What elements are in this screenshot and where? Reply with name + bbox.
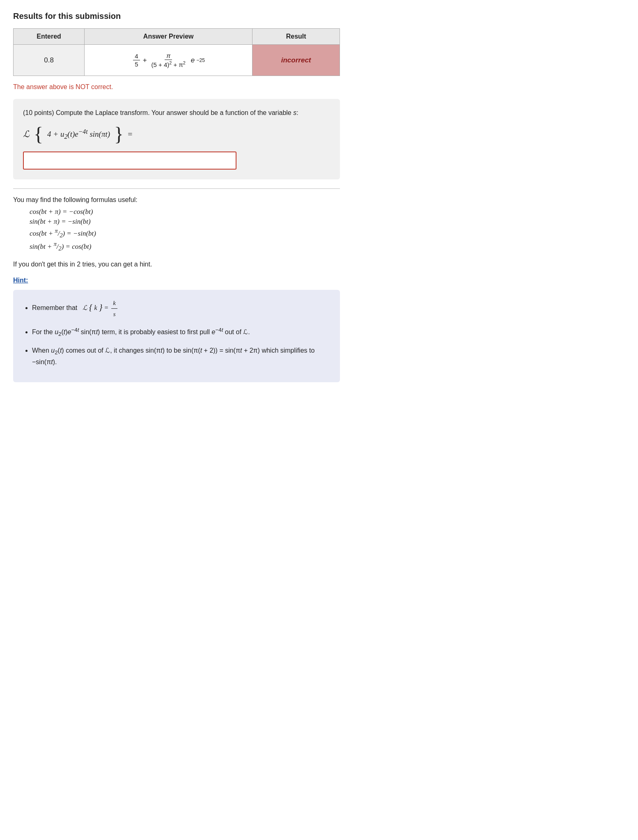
formulas-section: You may find the following formulas usef… bbox=[13, 196, 340, 252]
result-cell: incorrect bbox=[252, 45, 340, 76]
hint-3-text: When u2(t) comes out of ℒ, it changes si… bbox=[32, 347, 314, 366]
hint-label: Hint: bbox=[13, 277, 340, 284]
col-entered-header: Entered bbox=[14, 29, 85, 45]
answer-input[interactable] bbox=[23, 151, 236, 170]
hint-item-2: For the u2(t)e−4t sin(πt) term, it is pr… bbox=[32, 326, 330, 339]
formula-2: sin(bt + π) = −sin(bt) bbox=[30, 218, 340, 226]
formula-4: sin(bt + π/2) = cos(bt) bbox=[30, 241, 340, 252]
open-brace: { bbox=[34, 124, 43, 144]
hint-list: Remember that ℒ { k } = k s For the u2(t… bbox=[23, 298, 330, 367]
close-brace: } bbox=[114, 124, 124, 144]
preview-math: 4 5 + π (5 + 4)2 + π2 e−25 bbox=[132, 52, 205, 68]
laplace-L-symbol: ℒ bbox=[23, 129, 30, 140]
equals-sign: = bbox=[128, 130, 132, 139]
hint-box: Remember that ℒ { k } = k s For the u2(t… bbox=[13, 290, 340, 382]
fraction-pi-denom: π (5 + 4)2 + π2 bbox=[150, 52, 187, 68]
results-table: Entered Answer Preview Result 0.8 4 5 + … bbox=[13, 28, 340, 76]
hint-item-3: When u2(t) comes out of ℒ, it changes si… bbox=[32, 345, 330, 367]
fraction-4-5: 4 5 bbox=[133, 53, 140, 68]
hint-item-1: Remember that ℒ { k } = k s bbox=[32, 298, 330, 319]
col-result-header: Result bbox=[252, 29, 340, 45]
col-preview-header: Answer Preview bbox=[85, 29, 252, 45]
section-divider bbox=[13, 188, 340, 189]
laplace-content: 4 + u2(t)e−4t sin(πt) bbox=[47, 128, 110, 140]
answer-preview: 4 5 + π (5 + 4)2 + π2 e−25 bbox=[85, 45, 252, 76]
formula-3: cos(bt + π/2) = −sin(bt) bbox=[30, 227, 340, 239]
formulas-title: You may find the following formulas usef… bbox=[13, 196, 340, 204]
laplace-expression: ℒ { 4 + u2(t)e−4t sin(πt) } = bbox=[23, 124, 330, 144]
hint-notice: If you don't get this in 2 tries, you ca… bbox=[13, 259, 340, 269]
problem-description: (10 points) Compute the Laplace transfor… bbox=[23, 108, 330, 118]
not-correct-message: The answer above is NOT correct. bbox=[13, 83, 340, 91]
hint-1-math: ℒ { k } = k s bbox=[83, 304, 119, 311]
formula-1: cos(bt + π) = −cos(bt) bbox=[30, 208, 340, 216]
hint-1-text: Remember that ℒ { k } = k s bbox=[32, 304, 122, 311]
problem-box: (10 points) Compute the Laplace transfor… bbox=[13, 99, 340, 179]
page-title: Results for this submission bbox=[13, 11, 340, 21]
hint-2-text: For the u2(t)e−4t sin(πt) term, it is pr… bbox=[32, 328, 250, 335]
entered-value: 0.8 bbox=[14, 45, 85, 76]
